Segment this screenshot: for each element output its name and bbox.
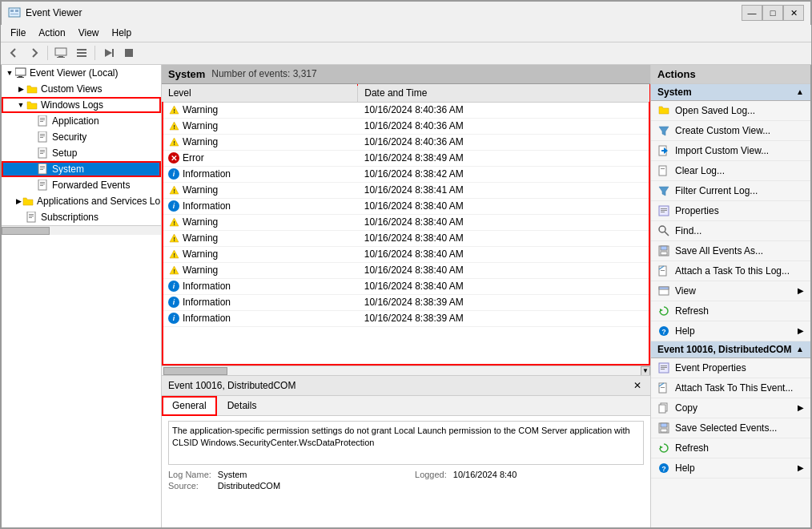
event-detail-close[interactable]: ✕ — [631, 379, 644, 392]
toolbar — [1, 42, 811, 65]
filter-icon — [657, 124, 670, 137]
tree-label: System — [52, 164, 84, 175]
table-row[interactable]: !Warning10/16/2024 8:38:40 AM — [162, 214, 650, 230]
toolbar-list-btn[interactable] — [72, 44, 91, 62]
table-row[interactable]: !Warning10/16/2024 8:38:41 AM — [162, 182, 650, 198]
action-item-properties[interactable]: Properties — [651, 201, 810, 221]
svg-text:!: ! — [173, 139, 175, 147]
tree-icon-page — [37, 179, 50, 192]
task-icon — [657, 264, 670, 277]
table-row[interactable]: !Warning10/16/2024 8:40:36 AM — [162, 118, 650, 134]
tree-item-custom-views[interactable]: ▶Custom Views — [2, 81, 161, 97]
svg-rect-69 — [661, 246, 667, 250]
table-row[interactable]: !Warning10/16/2024 8:38:40 AM — [162, 246, 650, 262]
svg-text:?: ? — [661, 328, 666, 336]
action-label: Copy — [675, 402, 697, 414]
svg-rect-22 — [40, 135, 45, 136]
cell-datetime: 10/16/2024 8:38:39 AM — [358, 310, 650, 326]
tree-item-security[interactable]: Security — [2, 129, 161, 145]
table-row[interactable]: !Warning10/16/2024 8:40:36 AM — [162, 134, 650, 150]
table-row[interactable]: iInformation10/16/2024 8:38:40 AM — [162, 198, 650, 214]
minimize-button[interactable]: — — [742, 5, 762, 21]
action-item-refresh2[interactable]: Refresh — [651, 438, 810, 458]
action-item-refresh[interactable]: Refresh — [651, 301, 810, 321]
event-detail-header: Event 10016, DistributedCOM ✕ — [162, 376, 650, 396]
table-row[interactable]: !Warning10/16/2024 8:40:36 AM — [162, 102, 650, 118]
tree-item-application[interactable]: Application — [2, 113, 161, 129]
action-item-help2[interactable]: ?Help▶ — [651, 458, 810, 479]
cell-level: iInformation — [162, 310, 358, 326]
save-icon — [657, 422, 670, 434]
cell-level: !Warning — [162, 262, 358, 278]
svg-rect-90 — [661, 429, 667, 432]
toolbar-play-btn[interactable] — [98, 44, 118, 62]
action-item-save-all-events[interactable]: Save All Events As... — [651, 241, 810, 261]
tree-icon-page — [37, 163, 50, 176]
action-item-event-properties[interactable]: Event Properties — [651, 358, 810, 378]
action-item-create-custom-view[interactable]: Create Custom View... — [651, 121, 810, 141]
svg-rect-38 — [29, 216, 34, 216]
cell-level: !Warning — [162, 134, 358, 150]
event-section-collapse[interactable]: ▲ — [796, 345, 804, 353]
tree-item-subscriptions[interactable]: Subscriptions — [2, 209, 161, 225]
svg-rect-3 — [10, 14, 18, 14]
menu-help[interactable]: Help — [106, 26, 139, 40]
tree-item-forwarded-events[interactable]: Forwarded Events — [2, 177, 161, 193]
toolbar-back-btn[interactable] — [4, 44, 23, 62]
action-item-import-custom-view[interactable]: Import Custom View... — [651, 141, 810, 161]
toolbar-forward-btn[interactable] — [25, 44, 44, 62]
action-item-filter-current-log[interactable]: Filter Current Log... — [651, 181, 810, 201]
tree-item-event-viewer-root[interactable]: ▼Event Viewer (Local) — [2, 65, 161, 81]
help-icon: ? — [657, 325, 670, 337]
tab-general[interactable]: General — [162, 396, 217, 416]
svg-line-67 — [665, 232, 669, 236]
menu-file[interactable]: File — [4, 26, 32, 40]
tree-arrow: ▶ — [16, 197, 22, 205]
svg-rect-37 — [29, 214, 34, 215]
close-button[interactable]: ✕ — [783, 5, 804, 21]
svg-rect-8 — [77, 52, 86, 54]
toolbar-stop-btn[interactable] — [119, 44, 139, 62]
action-item-help[interactable]: ?Help▶ — [651, 321, 810, 341]
table-row[interactable]: !Warning10/16/2024 8:38:40 AM — [162, 262, 650, 278]
system-section-header: System ▲ — [651, 84, 810, 101]
table-row[interactable]: !Warning10/16/2024 8:38:40 AM — [162, 230, 650, 246]
submenu-arrow-icon: ▶ — [798, 403, 804, 412]
action-item-open-saved-log[interactable]: Open Saved Log... — [651, 101, 810, 121]
action-item-attach-task[interactable]: Attach a Task To this Log... — [651, 261, 810, 281]
action-item-save-selected[interactable]: Save Selected Events... — [651, 418, 810, 438]
submenu-arrow-icon: ▶ — [798, 326, 804, 335]
help-icon: ? — [657, 462, 670, 474]
menu-action[interactable]: Action — [32, 26, 71, 40]
table-row[interactable]: ✕Error10/16/2024 8:38:49 AM — [162, 150, 650, 166]
svg-text:!: ! — [173, 188, 175, 195]
svg-rect-12 — [125, 49, 133, 57]
table-row[interactable]: iInformation10/16/2024 8:38:39 AM — [162, 294, 650, 310]
events-table-container[interactable]: Level Date and Time !Warning10/16/2024 8… — [162, 84, 650, 365]
tab-details[interactable]: Details — [217, 396, 267, 415]
table-row[interactable]: iInformation10/16/2024 8:38:42 AM — [162, 166, 650, 182]
events-hscroll[interactable]: ▼ — [162, 365, 650, 375]
system-actions-list: Open Saved Log...Create Custom View...Im… — [651, 101, 810, 341]
tree-item-system[interactable]: System — [2, 161, 161, 177]
cell-datetime: 10/16/2024 8:38:41 AM — [358, 182, 650, 198]
tree-label: Setup — [52, 147, 77, 159]
menu-view[interactable]: View — [72, 26, 106, 40]
action-item-copy[interactable]: Copy▶ — [651, 398, 810, 418]
action-item-find[interactable]: Find... — [651, 221, 810, 241]
tree-item-windows-logs[interactable]: ▼Windows Logs — [2, 97, 161, 113]
action-item-view[interactable]: View▶ — [651, 281, 810, 301]
tree-item-apps-services[interactable]: ▶Applications and Services Lo... — [2, 193, 161, 209]
table-row[interactable]: iInformation10/16/2024 8:38:39 AM — [162, 310, 650, 326]
tree-item-setup[interactable]: Setup — [2, 145, 161, 161]
maximize-button[interactable]: □ — [762, 5, 783, 21]
tree-icon-folder — [26, 83, 38, 95]
right-panel: Actions System ▲ Open Saved Log...Create… — [650, 65, 810, 527]
svg-rect-60 — [661, 168, 665, 169]
action-item-clear-log[interactable]: Clear Log... — [651, 161, 810, 181]
tree-hscroll[interactable] — [2, 225, 161, 235]
table-row[interactable]: iInformation10/16/2024 8:38:40 AM — [162, 278, 650, 294]
toolbar-computer-btn[interactable] — [51, 44, 70, 62]
action-item-attach-task-event[interactable]: Attach Task To This Event... — [651, 378, 810, 398]
system-section-collapse[interactable]: ▲ — [796, 87, 804, 96]
